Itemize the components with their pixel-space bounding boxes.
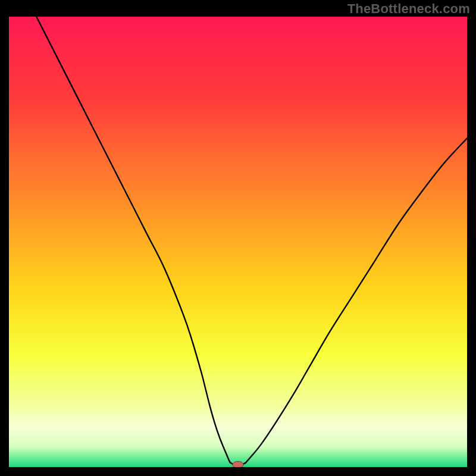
bottleneck-marker: [233, 461, 243, 467]
plot-area: [9, 17, 467, 467]
watermark-text: TheBottleneck.com: [347, 1, 470, 17]
gradient-background: [9, 17, 467, 467]
chart-frame: TheBottleneck.com: [0, 0, 476, 476]
bottleneck-chart: [9, 17, 467, 467]
